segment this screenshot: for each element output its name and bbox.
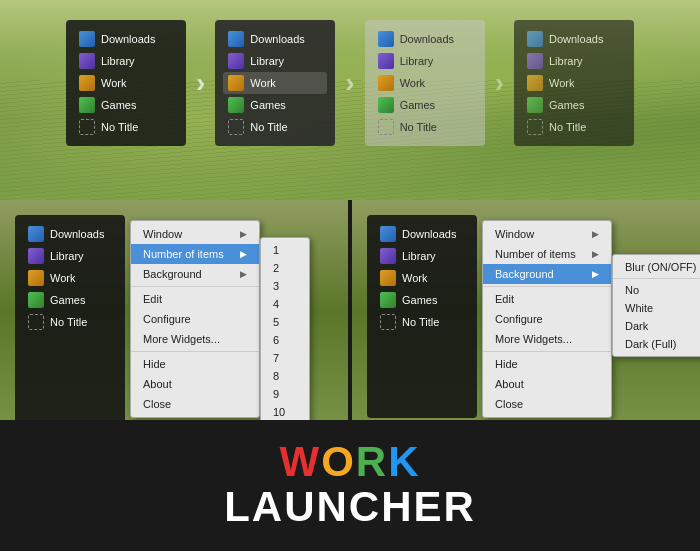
downloads-icon xyxy=(79,31,95,47)
bottom-right-content: Downloads Library Work Games No Title xyxy=(352,200,700,420)
menu-r-hide[interactable]: Hide xyxy=(483,354,611,374)
panel-3-downloads[interactable]: Downloads xyxy=(373,28,477,50)
num-10[interactable]: 10 xyxy=(261,403,309,420)
bg-dark-full[interactable]: Dark (Full) xyxy=(613,335,700,353)
menu-window[interactable]: Window ▶ xyxy=(131,224,259,244)
panel-1-notitle[interactable]: No Title xyxy=(74,116,178,138)
panel-1-downloads[interactable]: Downloads xyxy=(74,28,178,50)
panel-4-work[interactable]: Work xyxy=(522,72,626,94)
bl-library-icon xyxy=(28,248,44,264)
panel-3-work[interactable]: Work xyxy=(373,72,477,94)
menu-r-close[interactable]: Close xyxy=(483,394,611,414)
menu-r-background[interactable]: Background ▶ xyxy=(483,264,611,284)
chevron-1: › xyxy=(196,67,205,99)
bl-games[interactable]: Games xyxy=(23,289,117,311)
bottom-left-panel: Downloads Library Work Games No Title xyxy=(0,200,348,420)
footer: W O R K LAUNCHER xyxy=(0,420,700,551)
menu-r-window[interactable]: Window ▶ xyxy=(483,224,611,244)
games-icon-2 xyxy=(228,97,244,113)
footer-launcher-title: LAUNCHER xyxy=(224,483,476,531)
footer-work-title: W O R K xyxy=(279,441,420,483)
bg-no[interactable]: No xyxy=(613,281,700,299)
bl-work[interactable]: Work xyxy=(23,267,117,289)
menu-more-widgets[interactable]: More Widgets... xyxy=(131,329,259,349)
bl-games-icon xyxy=(28,292,44,308)
menu-r-sep-1 xyxy=(483,286,611,287)
footer-w: W xyxy=(279,441,321,483)
bl-downloads[interactable]: Downloads xyxy=(23,223,117,245)
num-4[interactable]: 4 xyxy=(261,295,309,313)
menu-r-number-of-items[interactable]: Number of items ▶ xyxy=(483,244,611,264)
main-panel-right: Downloads Library Work Games No Title xyxy=(367,215,477,418)
panel-1-games[interactable]: Games xyxy=(74,94,178,116)
menu-hide[interactable]: Hide xyxy=(131,354,259,374)
notitle-icon-3 xyxy=(378,119,394,135)
games-icon xyxy=(79,97,95,113)
menu-r-about[interactable]: About xyxy=(483,374,611,394)
br-notitle[interactable]: No Title xyxy=(375,311,469,333)
br-games[interactable]: Games xyxy=(375,289,469,311)
panel-2-downloads[interactable]: Downloads xyxy=(223,28,327,50)
num-3[interactable]: 3 xyxy=(261,277,309,295)
panel-4-library[interactable]: Library xyxy=(522,50,626,72)
bg-white[interactable]: White xyxy=(613,299,700,317)
panel-4-games[interactable]: Games xyxy=(522,94,626,116)
br-work[interactable]: Work xyxy=(375,267,469,289)
br-downloads[interactable]: Downloads xyxy=(375,223,469,245)
games-icon-3 xyxy=(378,97,394,113)
panel-2-games[interactable]: Games xyxy=(223,94,327,116)
menu-background[interactable]: Background ▶ xyxy=(131,264,259,284)
panel-2-library[interactable]: Library xyxy=(223,50,327,72)
br-work-icon xyxy=(380,270,396,286)
footer-o: O xyxy=(321,441,356,483)
left-menus: Window ▶ Number of items ▶ Background ▶ … xyxy=(130,220,310,420)
bg-dark[interactable]: Dark xyxy=(613,317,700,335)
bottom-right-panel: Downloads Library Work Games No Title xyxy=(352,200,700,420)
notitle-icon-2 xyxy=(228,119,244,135)
num-9[interactable]: 9 xyxy=(261,385,309,403)
num-1[interactable]: 1 xyxy=(261,241,309,259)
menu-about[interactable]: About xyxy=(131,374,259,394)
panel-3-notitle[interactable]: No Title xyxy=(373,116,477,138)
menu-r-more-widgets[interactable]: More Widgets... xyxy=(483,329,611,349)
bg-blur[interactable]: Blur (ON/OFF) xyxy=(613,258,700,276)
num-2[interactable]: 2 xyxy=(261,259,309,277)
bl-notitle[interactable]: No Title xyxy=(23,311,117,333)
panel-1: Downloads Library Work Games No Title xyxy=(66,20,186,146)
panel-2-work[interactable]: Work xyxy=(223,72,327,94)
menu-close[interactable]: Close xyxy=(131,394,259,414)
background-submenu: Blur (ON/OFF) No White Dark Dark (Full) xyxy=(612,254,700,357)
bl-work-icon xyxy=(28,270,44,286)
panel-4-notitle[interactable]: No Title xyxy=(522,116,626,138)
num-6[interactable]: 6 xyxy=(261,331,309,349)
bl-library[interactable]: Library xyxy=(23,245,117,267)
menu-r-sep-2 xyxy=(483,351,611,352)
menu-edit[interactable]: Edit xyxy=(131,289,259,309)
num-8[interactable]: 8 xyxy=(261,367,309,385)
games-icon-4 xyxy=(527,97,543,113)
menu-r-edit[interactable]: Edit xyxy=(483,289,611,309)
panel-1-library[interactable]: Library xyxy=(74,50,178,72)
main-panel-left: Downloads Library Work Games No Title xyxy=(15,215,125,420)
top-section: Downloads Library Work Games No Title › xyxy=(0,0,700,200)
bottom-section: Downloads Library Work Games No Title xyxy=(0,200,700,420)
br-games-icon xyxy=(380,292,396,308)
menu-r-configure[interactable]: Configure xyxy=(483,309,611,329)
panel-2-notitle[interactable]: No Title xyxy=(223,116,327,138)
br-library-icon xyxy=(380,248,396,264)
chevron-3: › xyxy=(495,67,504,99)
num-7[interactable]: 7 xyxy=(261,349,309,367)
menu-number-of-items[interactable]: Number of items ▶ xyxy=(131,244,259,264)
launcher-panels-row: Downloads Library Work Games No Title › xyxy=(0,0,700,166)
downloads-icon-3 xyxy=(378,31,394,47)
panel-4-downloads[interactable]: Downloads xyxy=(522,28,626,50)
notitle-icon xyxy=(79,119,95,135)
num-5[interactable]: 5 xyxy=(261,313,309,331)
panel-3-games[interactable]: Games xyxy=(373,94,477,116)
panel-1-work[interactable]: Work xyxy=(74,72,178,94)
library-icon xyxy=(79,53,95,69)
bl-downloads-icon xyxy=(28,226,44,242)
menu-configure[interactable]: Configure xyxy=(131,309,259,329)
br-library[interactable]: Library xyxy=(375,245,469,267)
panel-3-library[interactable]: Library xyxy=(373,50,477,72)
